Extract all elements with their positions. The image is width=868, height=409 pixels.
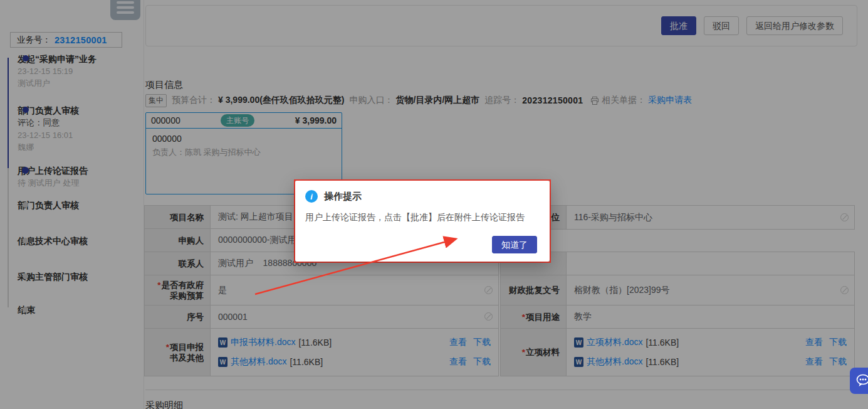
dialog-message: 用户上传论证报告，点击【批准】后在附件上传论证报告 — [305, 212, 525, 223]
chat-button[interactable] — [850, 368, 868, 394]
operation-tip-dialog: i 操作提示 用户上传论证报告，点击【批准】后在附件上传论证报告 知道了 — [295, 181, 550, 262]
dialog-title: 操作提示 — [324, 191, 362, 203]
dialog-header: i 操作提示 — [305, 190, 362, 203]
screen: 批准 驳回 返回给用户修改参数 项目信息 集中 预算合计： ¥ 3,999.00… — [0, 0, 868, 409]
annotation-highlight-box: i 操作提示 用户上传论证报告，点击【批准】后在附件上传论证报告 知道了 — [294, 179, 551, 263]
chat-bubble-icon — [855, 373, 868, 389]
info-icon: i — [305, 190, 318, 203]
got-it-button[interactable]: 知道了 — [492, 236, 537, 253]
